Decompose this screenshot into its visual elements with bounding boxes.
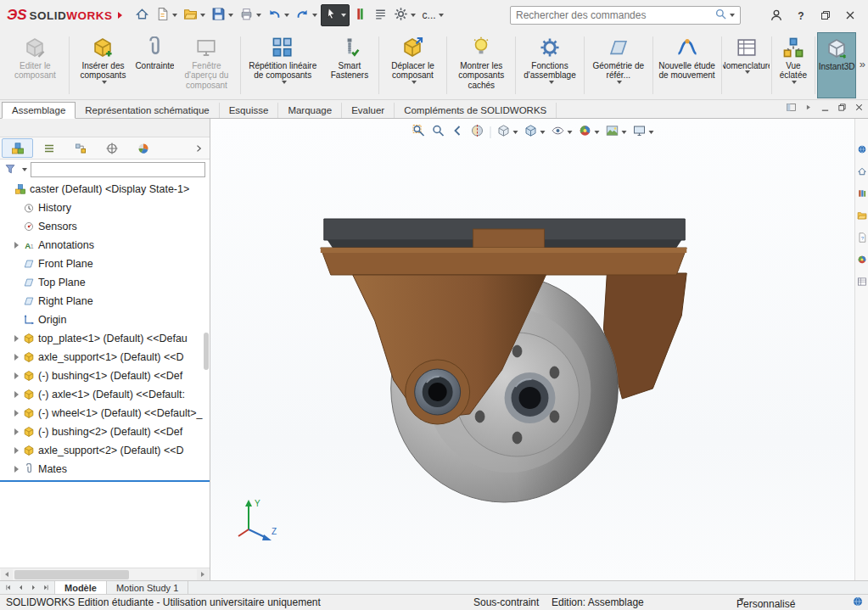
tree-item-axle-support-2-default-d[interactable]: axle_support<2> (Default) <<D [0,441,210,460]
home-button[interactable] [132,4,152,26]
insert-components-button[interactable]: Insérer des composants [70,32,135,98]
panel-expand-chevron-icon[interactable] [189,143,208,154]
motion-study-button[interactable]: Nouvelle étude de mouvement [655,32,720,98]
hscroll-track[interactable] [13,569,197,580]
tab-repr-sentation-sch-matique[interactable]: Représentation schématique [76,103,219,118]
tree-item-history[interactable]: History [0,199,210,217]
tree-vertical-scrollbar-thumb[interactable] [204,333,209,370]
assembly-features-button[interactable]: Fonctions d'assemblage [518,32,582,98]
tab-nav-previous-button[interactable] [15,584,26,591]
model-tab-mod-le[interactable]: Modèle [55,581,107,594]
expander-icon[interactable] [12,335,21,342]
tree-item-right-plane[interactable]: Right Plane [0,292,210,311]
mate-constraint-button[interactable]: Contrainte [135,32,174,98]
pane-forward-button[interactable] [803,102,814,115]
tree-item-mates[interactable]: Mates [0,460,210,478]
expander-icon[interactable] [12,428,21,435]
assembly-features-dropdown-icon[interactable] [549,81,554,84]
section-view-button[interactable] [468,122,485,142]
restore-window-button[interactable] [837,102,848,115]
hide-show-items-dropdown-icon[interactable] [567,131,572,134]
close-window-button[interactable] [854,102,865,115]
home-resources-tab[interactable] [857,166,867,179]
restore-window-button[interactable] [814,4,837,26]
file-explorer-tab[interactable] [857,210,867,223]
help-button[interactable]: ? [789,4,813,26]
configuration-manager-tab[interactable] [64,138,96,158]
expander-icon[interactable] [12,447,21,454]
model-tab-motion-study-1[interactable]: Motion Study 1 [107,581,188,594]
select-cursor-dropdown-icon[interactable] [341,14,346,17]
reference-geometry-button[interactable]: Géométrie de référ... [586,32,651,98]
show-hidden-button[interactable]: Montrer les composants cachés [449,32,513,98]
minimize-window-button[interactable] [820,102,831,115]
view-settings-button[interactable] [630,122,655,142]
edit-appearance-dropdown-icon[interactable] [594,131,599,134]
view-settings-dropdown-icon[interactable] [648,131,653,134]
expander-icon[interactable] [12,372,21,379]
previous-view-button[interactable] [449,122,466,142]
tree-item-axle-support-1-default-d[interactable]: axle_support<1> (Default) <<D [0,348,210,367]
user-account-button[interactable] [764,4,788,26]
tree-horizontal-scrollbar[interactable] [0,568,210,580]
open-dropdown-icon[interactable] [200,14,205,17]
edit-appearance-button[interactable] [576,122,601,142]
feature-manager-tab[interactable] [2,138,33,158]
settings-gear-dropdown-icon[interactable] [411,14,416,17]
zoom-area-button[interactable] [429,122,446,142]
tab-nav-last-button[interactable] [41,584,52,591]
mounting-plate[interactable] [321,248,686,275]
view-orientation-dropdown-icon[interactable] [512,131,518,134]
custom-properties-tab[interactable] [857,277,867,289]
display-style-dropdown-icon[interactable] [540,131,545,134]
tree-item-caster-default-display-state[interactable]: caster (Default) <Display State-1> [0,180,210,199]
exploded-view-dropdown-icon[interactable] [792,81,797,84]
tree-filter-input[interactable] [31,162,205,177]
print-dropdown-icon[interactable] [256,14,261,17]
status-globe-icon[interactable] [852,596,864,610]
tab-nav-next-button[interactable] [28,584,39,591]
tree-item-bushing-2-default-def[interactable]: (-) bushing<2> (Default) <<Def [0,423,210,441]
expander-icon[interactable] [12,466,21,473]
linear-pattern-button[interactable]: Répétition linéaire de composants [243,32,322,98]
tab-compl-ments-de-solidworks[interactable]: Compléments de SOLIDWORKS [395,103,557,118]
tree-item-wheel-1-default-default[interactable]: (-) wheel<1> (Default) <<Default>_ [0,404,210,423]
tab-assemblage[interactable]: Assemblage [2,102,76,119]
tree-item-top-plate-1-default-defau[interactable]: top_plate<1> (Default) <<Defau [0,329,210,348]
tab-esquisse[interactable]: Esquisse [220,103,279,118]
smart-fasteners-button[interactable]: Smart Fasteners [322,32,376,98]
move-component-button[interactable]: Déplacer le composant [380,32,445,98]
tab-nav-first-button[interactable] [3,584,14,591]
view-orientation-button[interactable] [495,122,519,142]
tree-item-annotations[interactable]: A1Annotations [0,236,210,255]
design-library-tab[interactable] [857,188,867,201]
apply-scene-dropdown-icon[interactable] [621,131,626,134]
options-list-button[interactable] [371,4,390,26]
graphics-area[interactable]: Y Z [210,119,854,580]
open-button[interactable] [181,4,208,26]
bill-of-materials-button[interactable]: Nomenclature [723,32,769,98]
new-document-button[interactable] [153,4,180,26]
tree-item-axle-1-default-default[interactable]: (-) axle<1> (Default) <<Default: [0,385,210,404]
custom-menu-button[interactable]: c... [419,4,447,26]
select-cursor-button[interactable] [321,4,350,26]
reference-geometry-dropdown-icon[interactable] [617,81,622,84]
save-dropdown-icon[interactable] [228,14,233,17]
tree-item-origin[interactable]: Origin [0,311,210,329]
move-component-dropdown-icon[interactable] [412,81,417,84]
tree-item-bushing-1-default-def[interactable]: (-) bushing<1> (Default) <<Def [0,367,210,385]
tab-marquage[interactable]: Marquage [278,103,342,118]
axle-bushing[interactable] [415,369,461,415]
zoom-fit-button[interactable] [410,122,427,142]
top-plate[interactable] [324,219,685,250]
undo-button[interactable] [265,4,292,26]
redo-button[interactable] [293,4,320,26]
expander-icon[interactable] [12,354,21,361]
hscroll-thumb[interactable] [14,570,129,579]
hide-show-items-button[interactable] [549,122,574,142]
dimxpert-manager-tab[interactable] [96,138,127,158]
apply-scene-button[interactable] [603,122,628,142]
exploded-view-button[interactable]: Vue éclatée [774,32,814,98]
display-manager-tab[interactable] [127,138,159,158]
redo-dropdown-icon[interactable] [312,14,317,17]
